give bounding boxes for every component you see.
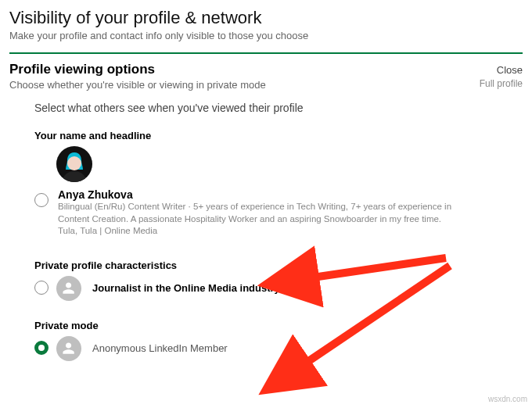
svg-point-1	[67, 156, 81, 170]
option-group-label-name-headline: Your name and headline	[34, 130, 532, 141]
option-text-private-characteristics: Journalist in the Online Media industry	[92, 282, 280, 294]
section-heading: Profile viewing options	[9, 62, 266, 77]
generic-avatar-icon	[56, 276, 81, 301]
radio-private-characteristics[interactable]	[34, 281, 49, 295]
profile-location-industry: Tula, Tula | Online Media	[58, 225, 480, 238]
close-link[interactable]: Close Full profile	[480, 63, 523, 91]
profile-name: Anya Zhukova	[58, 188, 480, 201]
option-group-label-private-characteristics: Private profile characteristics	[34, 259, 532, 271]
close-label: Close	[480, 63, 523, 77]
option-text-private-mode: Anonymous LinkedIn Member	[92, 342, 228, 354]
page-title: Visibility of your profile & network	[9, 8, 523, 28]
option-private-characteristics[interactable]: Journalist in the Online Media industry	[34, 276, 523, 301]
user-avatar	[56, 146, 92, 182]
option-group-label-private-mode: Private mode	[34, 320, 532, 331]
generic-avatar-icon	[56, 336, 81, 361]
radio-private-mode[interactable]	[34, 341, 49, 355]
instruction-text: Select what others see when you've viewe…	[34, 102, 532, 114]
option-name-headline[interactable]: Anya Zhukova Bilingual (En/Ru) Content W…	[34, 146, 523, 238]
close-sub: Full profile	[480, 77, 523, 91]
option-private-mode[interactable]: Anonymous LinkedIn Member	[34, 336, 523, 361]
section-subheading: Choose whether you're visible or viewing…	[9, 79, 266, 91]
page-subtitle: Make your profile and contact info only …	[9, 30, 523, 41]
divider	[9, 52, 523, 54]
watermark: wsxdn.com	[488, 395, 527, 403]
radio-name-headline[interactable]	[34, 193, 49, 207]
profile-headline: Bilingual (En/Ru) Content Writer · 5+ ye…	[58, 201, 480, 225]
